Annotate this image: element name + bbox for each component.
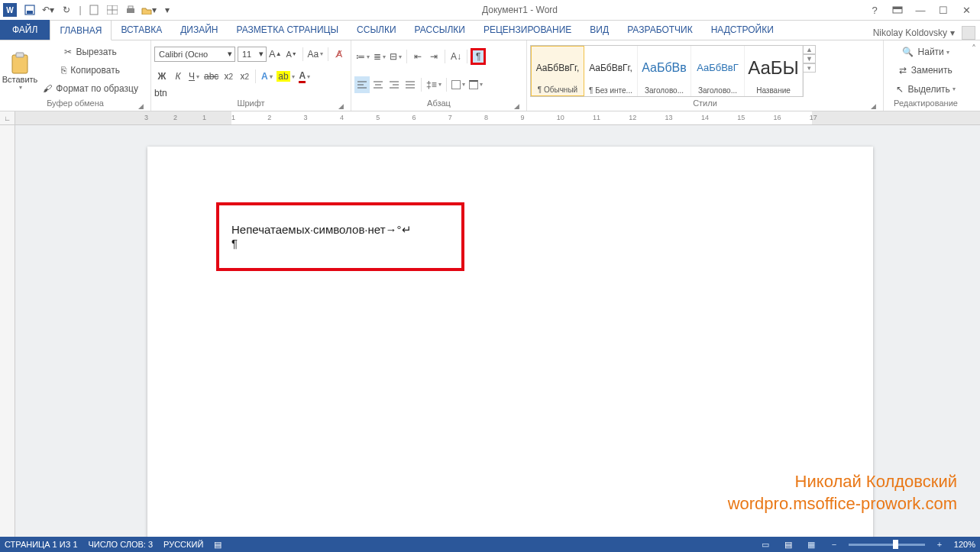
align-center-icon[interactable] xyxy=(370,76,386,93)
show-hide-paragraph-button[interactable]: ¶ xyxy=(471,48,486,65)
bullets-icon[interactable]: ≔▾ xyxy=(354,48,371,65)
shrink-font-icon[interactable]: A▼ xyxy=(284,46,299,63)
style-normal[interactable]: АаБбВвГг, ¶ Обычный xyxy=(531,46,584,96)
maximize-button[interactable]: ☐ xyxy=(933,2,954,18)
vertical-ruler[interactable] xyxy=(0,125,15,537)
tab-developer[interactable]: РАЗРАБОТЧИК xyxy=(618,20,702,40)
ribbon-options-icon[interactable] xyxy=(887,2,908,18)
tab-mailings[interactable]: РАССЫЛКИ xyxy=(406,20,474,40)
status-words[interactable]: ЧИСЛО СЛОВ: 3 xyxy=(89,540,154,549)
tab-view[interactable]: ВИД xyxy=(581,20,618,40)
open-icon[interactable]: ▾ xyxy=(141,2,157,18)
new-icon[interactable] xyxy=(86,2,102,18)
paragraph-launcher[interactable]: ◢ xyxy=(512,101,522,111)
paste-button[interactable]: Вставить ▾ xyxy=(3,43,37,98)
help-button[interactable]: ? xyxy=(864,2,885,18)
account-area[interactable]: Nikolay Koldovsky ▾ xyxy=(873,26,980,40)
multilevel-icon[interactable]: ⊟▾ xyxy=(388,48,403,65)
styles-launcher[interactable]: ◢ xyxy=(868,101,878,111)
gallery-down-icon[interactable]: ▼ xyxy=(804,54,816,63)
qat-customize-icon[interactable]: ▾ xyxy=(159,2,176,18)
font-launcher[interactable]: ◢ xyxy=(336,101,346,111)
gallery-more-icon[interactable]: ▾ xyxy=(804,63,816,73)
tab-home[interactable]: ГЛАВНАЯ xyxy=(50,20,112,40)
align-right-icon[interactable] xyxy=(387,76,402,93)
zoom-in-button[interactable]: + xyxy=(931,538,948,550)
font-size-select[interactable]: 11▾ xyxy=(238,47,267,62)
tab-references[interactable]: ССЫЛКИ xyxy=(348,20,405,40)
document-viewport[interactable]: Непечатаемых·символов·нет→°↵ ¶ Николай К… xyxy=(15,125,980,537)
font-color-icon[interactable]: A▾ xyxy=(297,68,312,85)
style-no-spacing[interactable]: АаБбВвГг, ¶ Без инте... xyxy=(584,46,638,96)
group-styles: АаБбВвГг, ¶ Обычный АаБбВвГг, ¶ Без инте… xyxy=(527,40,884,111)
view-print-icon[interactable]: ▤ xyxy=(780,538,797,550)
status-page[interactable]: СТРАНИЦА 1 ИЗ 1 xyxy=(5,540,78,549)
highlight-icon[interactable]: ab▾ xyxy=(275,68,296,85)
increase-indent-icon[interactable]: ⇥ xyxy=(426,48,441,65)
change-case-icon[interactable]: Aa▾ xyxy=(306,46,325,63)
collapse-ribbon-icon[interactable]: ˄ xyxy=(968,40,980,111)
sort-icon[interactable]: A↓ xyxy=(448,48,464,65)
find-button[interactable]: 🔍 Найти▾ xyxy=(887,44,965,60)
minimize-button[interactable]: — xyxy=(910,2,931,18)
clipboard-launcher[interactable]: ◢ xyxy=(136,101,146,111)
bold-button[interactable]: Ж xyxy=(154,68,170,85)
tab-file[interactable]: ФАЙЛ xyxy=(0,20,50,40)
watermark: Николай Колдовский wordpro.msoffice-prow… xyxy=(728,470,957,515)
underline-button[interactable]: Ч▾ xyxy=(186,68,202,85)
redo-icon[interactable]: ↻ xyxy=(58,2,75,18)
font-family-select[interactable]: Calibri (Осно▾ xyxy=(154,47,235,62)
tab-insert[interactable]: ВСТАВКА xyxy=(112,20,171,40)
view-read-icon[interactable]: ▭ xyxy=(757,538,774,550)
gallery-up-icon[interactable]: ▲ xyxy=(804,45,816,54)
style-heading2[interactable]: АаБбВвГ Заголово... xyxy=(691,46,745,96)
tab-addins[interactable]: НАДСТРОЙКИ xyxy=(702,20,783,40)
document-body[interactable]: Непечатаемых·символов·нет→°↵ ¶ xyxy=(231,223,412,250)
borders-icon[interactable]: ▾ xyxy=(467,76,484,93)
zoom-value[interactable]: 120% xyxy=(954,540,975,549)
quickprint-icon[interactable] xyxy=(122,2,139,18)
decrease-indent-icon[interactable]: ⇤ xyxy=(410,48,425,65)
align-left-icon[interactable] xyxy=(354,76,370,93)
line-spacing-icon[interactable]: ‡≡▾ xyxy=(425,76,443,93)
close-button[interactable]: ✕ xyxy=(956,2,977,18)
grow-font-icon[interactable]: A▲ xyxy=(267,46,283,63)
status-macro-icon[interactable]: ▤ xyxy=(214,540,222,550)
copy-button[interactable]: ⎘ Копировать xyxy=(41,62,140,79)
shading-icon[interactable]: ▾ xyxy=(450,76,467,93)
strikethrough-icon[interactable]: abc xyxy=(202,68,220,85)
status-language[interactable]: РУССКИЙ xyxy=(163,540,203,549)
zoom-thumb[interactable] xyxy=(893,540,898,549)
group-font-label: Шрифт xyxy=(237,98,264,108)
document-text-line: Непечатаемых·символов·нет→°↵ xyxy=(231,223,412,236)
subscript-icon[interactable]: x2 xyxy=(221,68,236,85)
tab-layout[interactable]: РАЗМЕТКА СТРАНИЦЫ xyxy=(228,20,348,40)
watermark-url: wordpro.msoffice-prowork.com xyxy=(728,492,957,515)
clear-format-icon[interactable]: A̸ xyxy=(332,46,347,63)
tab-review[interactable]: РЕЦЕНЗИРОВАНИЕ xyxy=(474,20,581,40)
undo-icon[interactable]: ↶▾ xyxy=(40,2,57,18)
horizontal-ruler[interactable]: 3211234567891011121314151617 xyxy=(15,111,980,125)
zoom-slider[interactable] xyxy=(849,544,925,546)
quick-access-toolbar: ↶▾ ↻ | ▾ ▾ xyxy=(21,2,176,18)
paste-label: Вставить xyxy=(2,75,38,84)
format-painter-button[interactable]: 🖌 Формат по образцу xyxy=(41,80,140,97)
tab-design[interactable]: ДИЗАЙН xyxy=(171,20,227,40)
watermark-name: Николай Колдовский xyxy=(728,470,957,493)
numbering-icon[interactable]: ≣▾ xyxy=(372,48,387,65)
ribbon: Вставить ▾ ✂ Вырезать ⎘ Копировать 🖌 Фор… xyxy=(0,40,980,111)
superscript-icon[interactable]: x2 xyxy=(237,68,252,85)
italic-button[interactable]: К xyxy=(170,68,186,85)
cut-button[interactable]: ✂ Вырезать xyxy=(41,44,140,60)
style-title[interactable]: АаБЫ Название xyxy=(745,46,803,96)
view-web-icon[interactable]: ▦ xyxy=(803,538,820,550)
save-icon[interactable] xyxy=(21,2,38,18)
justify-icon[interactable] xyxy=(403,76,418,93)
cursor-icon: ↖ xyxy=(896,84,904,95)
select-button[interactable]: ↖ Выделить▾ xyxy=(887,81,965,98)
text-effects-icon[interactable]: A▾ xyxy=(259,68,274,85)
table-icon[interactable] xyxy=(104,2,121,18)
replace-button[interactable]: ⇄ Заменить xyxy=(887,62,965,79)
style-heading1[interactable]: АаБбВв Заголово... xyxy=(638,46,691,96)
zoom-out-button[interactable]: − xyxy=(826,538,843,550)
